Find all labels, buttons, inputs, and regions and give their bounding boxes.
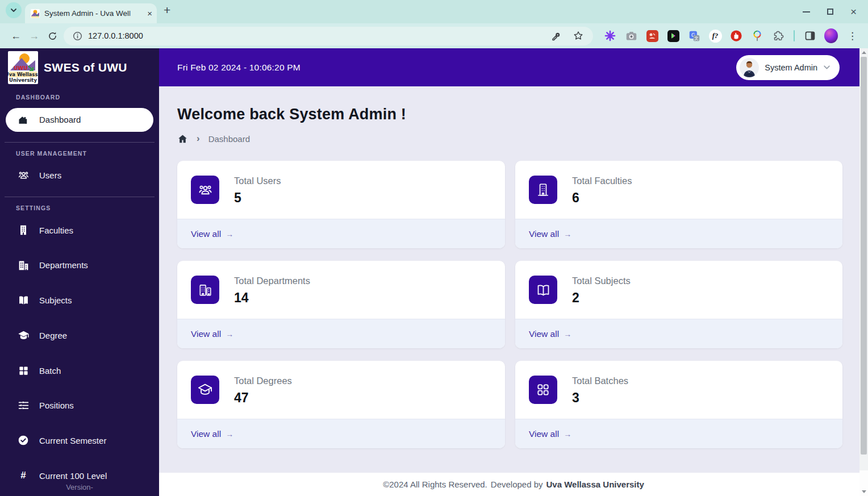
sidebar-item-current-semester[interactable]: Current Semester: [6, 430, 153, 452]
view-all-link[interactable]: View all →: [177, 319, 505, 348]
browser-window: System Admin - Uva Well × + × ← → 127.0.…: [0, 0, 868, 496]
ext-camera-icon[interactable]: [624, 29, 638, 43]
breadcrumb-separator: ›: [197, 133, 200, 144]
tab-close-button[interactable]: ×: [147, 9, 152, 18]
url-text[interactable]: 127.0.0.1:8000: [88, 31, 143, 40]
extensions-row: G文 f? ⋮: [603, 29, 859, 43]
page-title: Welcome back System Admin !: [177, 106, 868, 123]
graduation-cap-icon: [191, 376, 219, 404]
brand-name: SWES of UWU: [44, 61, 127, 74]
sidebar-item-label: Faculties: [39, 226, 73, 235]
user-avatar: [740, 58, 759, 77]
sidebar-item-dashboard[interactable]: Dashboard: [6, 108, 153, 132]
sidebar-item-label: Departments: [39, 260, 88, 270]
card-value: 3: [572, 390, 628, 406]
graduation-cap-icon: [17, 330, 30, 341]
dashboard-icon: [17, 114, 30, 126]
page-scrollbar[interactable]: [859, 48, 868, 496]
users-icon: [191, 176, 219, 204]
extensions-puzzle-icon[interactable]: [771, 29, 785, 43]
squares-grid-icon: [17, 365, 30, 376]
sidebar-divider: [5, 142, 155, 143]
scrollbar-down-arrow[interactable]: [859, 487, 868, 496]
users-icon: [17, 169, 30, 181]
ext-blocker-hand-icon[interactable]: [729, 29, 743, 43]
card-value: 47: [234, 390, 292, 406]
browser-menu-button[interactable]: ⋮: [845, 30, 859, 42]
window-minimize-button[interactable]: [803, 11, 810, 12]
squares-grid-icon: [529, 376, 557, 404]
book-open-icon: [529, 276, 557, 304]
side-panel-icon[interactable]: [803, 29, 817, 43]
card-total-degrees: Total Degrees 47 View all →: [177, 361, 505, 448]
ext-dark-player-icon[interactable]: [666, 29, 680, 43]
saved-passwords-key-icon[interactable]: [550, 30, 562, 42]
footer-org: Uva Wellassa University: [546, 480, 644, 489]
window-close-button[interactable]: ×: [850, 6, 857, 17]
card-value: 2: [572, 290, 631, 306]
sidebar-item-label: Current 100 Level: [39, 471, 107, 481]
svg-text:Uva Wellassa: Uva Wellassa: [8, 72, 38, 77]
stat-cards-grid: Total Users 5 View all →: [177, 161, 842, 448]
buildings-icon: [191, 276, 219, 304]
footer-developed-by: Developed by: [491, 480, 543, 489]
svg-text:University: University: [9, 77, 37, 83]
ext-asterisk-icon[interactable]: [603, 29, 617, 43]
sidebar-item-label: Batch: [39, 366, 61, 376]
sidebar-item-faculties[interactable]: Faculties: [6, 219, 153, 241]
user-menu-button[interactable]: System Admin: [736, 55, 840, 80]
dashboard-content: Welcome back System Admin ! › Dashboard: [159, 86, 868, 473]
new-tab-button[interactable]: +: [164, 3, 170, 17]
tab-title: System Admin - Uva Well: [44, 9, 143, 18]
sidebar-item-positions[interactable]: Positions: [6, 394, 153, 417]
reload-button[interactable]: [43, 27, 61, 45]
svg-text:UWU: UWU: [14, 65, 28, 71]
bookmark-star-icon[interactable]: [573, 30, 584, 41]
card-total-departments: Total Departments 14 View all →: [177, 261, 505, 348]
site-info-icon[interactable]: [73, 31, 82, 41]
arrow-right-icon: →: [564, 330, 571, 339]
tab-search-button[interactable]: [6, 2, 22, 18]
forward-button[interactable]: →: [25, 27, 43, 45]
ext-font-finder-icon[interactable]: f?: [708, 29, 722, 43]
browser-titlebar: System Admin - Uva Well × + ×: [0, 0, 868, 23]
browser-tab[interactable]: System Admin - Uva Well ×: [25, 3, 157, 23]
card-label: Total Batches: [572, 376, 628, 386]
breadcrumb-current: Dashboard: [208, 134, 250, 144]
sidebar-item-label: Dashboard: [39, 115, 81, 124]
arrow-right-icon: →: [226, 330, 233, 339]
address-bar[interactable]: 127.0.0.1:8000: [64, 27, 593, 45]
browser-profile-avatar[interactable]: [824, 29, 838, 43]
view-all-link[interactable]: View all →: [177, 219, 505, 248]
window-restore-button[interactable]: [827, 9, 833, 15]
building-icon: [529, 176, 557, 204]
ext-color-loupe-icon[interactable]: [750, 29, 764, 43]
view-all-link[interactable]: View all →: [515, 319, 842, 348]
back-button[interactable]: ←: [7, 27, 25, 45]
view-all-link[interactable]: View all →: [515, 419, 842, 448]
sidebar-item-degree[interactable]: Degree: [6, 324, 153, 347]
sidebar-item-departments[interactable]: Departments: [6, 254, 153, 277]
book-open-icon: [17, 294, 30, 306]
card-label: Total Subjects: [572, 276, 631, 286]
view-all-link[interactable]: View all →: [515, 219, 842, 248]
section-label-dashboard: DASHBOARD: [16, 94, 159, 101]
favicon-uwu-logo-icon: [31, 9, 40, 18]
version-label: Version-: [0, 483, 159, 491]
ext-red-badge-icon[interactable]: [645, 29, 659, 43]
breadcrumb: › Dashboard: [177, 133, 868, 144]
ext-translate-icon[interactable]: G文: [687, 29, 701, 43]
brand-row[interactable]: UWU Uva Wellassa University SWES of UWU: [0, 48, 159, 86]
check-badge-icon: [17, 435, 30, 446]
view-all-link[interactable]: View all →: [177, 419, 505, 448]
home-icon[interactable]: [177, 134, 188, 144]
user-name-label: System Admin: [765, 63, 817, 72]
sidebar-item-batch[interactable]: Batch: [6, 359, 153, 382]
card-total-users: Total Users 5 View all →: [177, 161, 505, 248]
sidebar-item-subjects[interactable]: Subjects: [6, 289, 153, 312]
sidebar-item-users[interactable]: Users: [6, 164, 153, 187]
card-value: 14: [234, 290, 310, 306]
footer-rights: ©2024 All Rights Reserved.: [383, 480, 487, 489]
scrollbar-up-arrow[interactable]: [859, 48, 868, 57]
scrollbar-thumb[interactable]: [861, 57, 867, 455]
